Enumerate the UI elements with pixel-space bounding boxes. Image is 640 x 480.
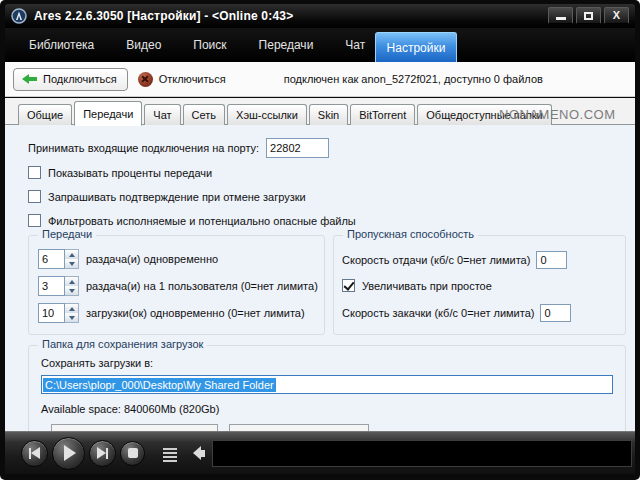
previous-track-button[interactable]: [21, 440, 48, 467]
green-arrow-icon: [22, 74, 37, 84]
upload-speed-row: Скорость отдачи (кб/с 0=нет лимита): [342, 251, 567, 269]
watermark: NONAMENO.COM: [499, 107, 616, 122]
tab-hashlinks[interactable]: Хэш-ссылки: [227, 104, 307, 125]
playlist-icon[interactable]: [163, 452, 177, 454]
port-input[interactable]: [266, 138, 329, 158]
title-bar: Ares 2.2.6.3050 [Настройки] - <Online 0:…: [5, 4, 635, 28]
row-label: загрузки(ок) одновременно (0=нет лимита): [86, 307, 305, 319]
save-folder-group-title: Папка для сохранения загрузок: [38, 338, 207, 350]
transfers-group-title: Передачи: [38, 228, 96, 240]
play-button[interactable]: [52, 437, 85, 470]
menu-search[interactable]: Поиск: [193, 32, 226, 58]
bandwidth-group-title: Пропускная способность: [343, 228, 478, 240]
main-menu-bar: Библиотека Видео Поиск Передачи Чат Наст…: [5, 28, 635, 62]
save-path-selected-text: C:\Users\plopr_000\Desktop\My Shared Fol…: [43, 378, 276, 392]
close-icon: X: [613, 10, 620, 21]
minimize-button[interactable]: [548, 7, 573, 24]
uploads-simultaneous-row: раздача(и) одновременно: [38, 249, 218, 269]
tab-bittorrent[interactable]: BitTorrent: [350, 104, 415, 125]
save-to-row: Сохранять загрузки в:: [41, 357, 153, 369]
uploads-per-user-spinner[interactable]: [65, 276, 79, 296]
close-button[interactable]: X: [604, 7, 629, 24]
minimize-icon: [556, 17, 566, 20]
connect-button[interactable]: Подключиться: [13, 68, 128, 91]
download-speed-row: Скорость закачки (кб/с 0=нет лимита): [342, 304, 571, 322]
previous-icon: [29, 447, 40, 459]
stop-button[interactable]: [120, 441, 145, 466]
spin-down-icon[interactable]: [65, 313, 78, 322]
tab-transfers[interactable]: Передачи: [74, 101, 142, 126]
checkbox-label: Увеличивать при простое: [362, 280, 492, 292]
tab-chat[interactable]: Чат: [144, 104, 180, 125]
spin-up-icon[interactable]: [65, 277, 78, 286]
ares-logo-icon: [11, 8, 27, 24]
spin-up-icon[interactable]: [65, 304, 78, 313]
maximize-icon: [584, 12, 593, 20]
window-controls: X: [548, 7, 629, 24]
settings-tabstrip: Общие Передачи Чат Сеть Хэш-ссылки Skin …: [5, 98, 635, 125]
connection-status: подключен как anon_5272f021, доступно 0 …: [284, 73, 543, 85]
save-folder-group: Папка для сохранения загрузок Сохранять …: [28, 345, 626, 431]
checkbox-box[interactable]: [28, 214, 41, 227]
transfers-settings-panel: Принимать входящие подключения на порту:…: [5, 125, 635, 431]
checkbox-label: Запрашивать подтверждение при отмене заг…: [48, 191, 306, 203]
row-label: раздача(и) на 1 пользователя (0=нет лими…: [86, 280, 318, 292]
row-label: раздача(и) одновременно: [86, 253, 218, 265]
upload-speed-label: Скорость отдачи (кб/с 0=нет лимита): [342, 254, 530, 266]
connection-toolbar: Подключиться Отключиться подключен как a…: [5, 62, 635, 97]
checkbox-confirm-cancel[interactable]: Запрашивать подтверждение при отмене заг…: [28, 190, 306, 203]
transfers-group: Передачи раздача(и) одновременно раздача…: [28, 235, 325, 335]
downloads-simultaneous-spinner[interactable]: [65, 303, 79, 323]
download-speed-label: Скорость закачки (кб/с 0=нет лимита): [342, 307, 534, 319]
checkbox-label: Фильтровать исполняемые и потенциально о…: [48, 215, 356, 227]
menu-transfers[interactable]: Передачи: [259, 32, 314, 58]
spin-up-icon[interactable]: [65, 250, 78, 259]
red-x-icon: [138, 72, 153, 87]
save-to-label: Сохранять загрузки в:: [41, 357, 153, 369]
checkbox-box[interactable]: [28, 190, 41, 203]
connect-label: Подключиться: [43, 73, 117, 85]
play-icon: [64, 445, 76, 461]
menu-chat[interactable]: Чат: [345, 32, 365, 58]
spin-down-icon[interactable]: [65, 286, 78, 295]
tab-general[interactable]: Общие: [18, 104, 72, 125]
uploads-simultaneous-input[interactable]: [38, 249, 65, 269]
tab-network[interactable]: Сеть: [183, 104, 225, 125]
uploads-per-user-input[interactable]: [38, 276, 65, 296]
available-space-row: Available space: 840060Mb (820Gb): [41, 403, 219, 415]
uploads-simultaneous-spinner[interactable]: [65, 249, 79, 269]
available-space-text: Available space: 840060Mb (820Gb): [41, 403, 219, 415]
tab-skin[interactable]: Skin: [309, 104, 348, 125]
downloads-simultaneous-input[interactable]: [38, 303, 65, 323]
next-icon: [97, 447, 108, 459]
port-row: Принимать входящие подключения на порту:: [28, 138, 329, 158]
checkbox-show-percent[interactable]: Показывать проценты передачи: [28, 166, 212, 179]
folder-action-button[interactable]: [229, 424, 369, 431]
ares-settings-window: Ares 2.2.6.3050 [Настройки] - <Online 0:…: [0, 0, 640, 480]
uploads-per-user-row: раздача(и) на 1 пользователя (0=нет лими…: [38, 276, 318, 296]
menu-video[interactable]: Видео: [126, 32, 161, 58]
volume-icon[interactable]: [193, 446, 205, 460]
next-track-button[interactable]: [89, 440, 116, 467]
menu-settings[interactable]: Настройки: [375, 32, 457, 62]
maximize-button[interactable]: [576, 7, 601, 24]
bandwidth-group: Пропускная способность Скорость отдачи (…: [333, 235, 626, 335]
folder-action-button[interactable]: [51, 424, 218, 431]
window-title: Ares 2.2.6.3050 [Настройки] - <Online 0:…: [34, 9, 293, 23]
stop-icon: [128, 448, 138, 458]
save-path-input[interactable]: C:\Users\plopr_000\Desktop\My Shared Fol…: [41, 375, 613, 394]
checkbox-box[interactable]: [28, 166, 41, 179]
menu-library[interactable]: Библиотека: [29, 32, 94, 58]
player-display: [212, 440, 632, 467]
player-bar: [5, 431, 635, 474]
spin-down-icon[interactable]: [65, 259, 78, 268]
checkbox-filter-executables[interactable]: Фильтровать исполняемые и потенциально о…: [28, 214, 356, 227]
disconnect-label: Отключиться: [159, 73, 226, 85]
upload-speed-input[interactable]: [536, 251, 567, 269]
download-speed-input[interactable]: [540, 304, 571, 322]
checkbox-label: Показывать проценты передачи: [48, 167, 212, 179]
disconnect-button[interactable]: Отключиться: [138, 72, 226, 87]
checkbox-boost-when-idle[interactable]: Увеличивать при простое: [342, 279, 492, 292]
checkbox-box[interactable]: [342, 279, 355, 292]
downloads-simultaneous-row: загрузки(ок) одновременно (0=нет лимита): [38, 303, 305, 323]
